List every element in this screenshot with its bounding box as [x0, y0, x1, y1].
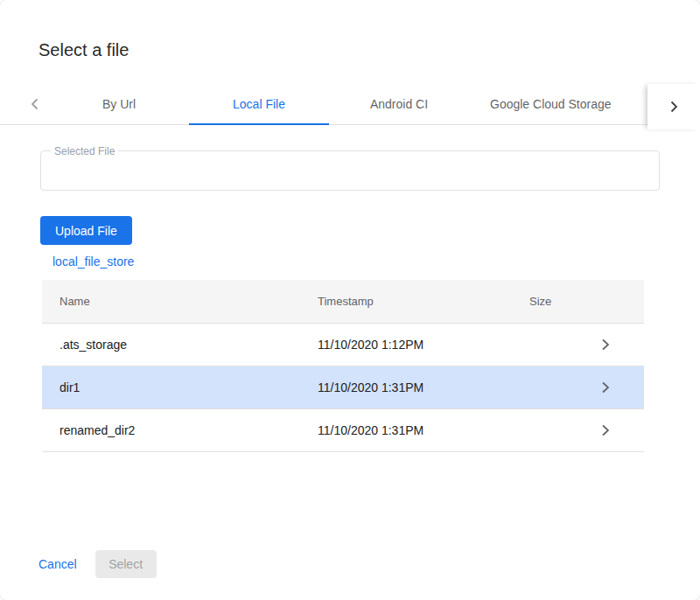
upload-file-button[interactable]: Upload File [40, 216, 132, 245]
chevron-right-icon [567, 424, 644, 436]
cell-timestamp: 11/10/2020 1:12PM [318, 338, 529, 352]
cell-name: dir1 [60, 380, 318, 394]
tab-list: By UrlLocal FileAndroid CIGoogle Cloud S… [49, 84, 633, 124]
column-header-size: Size [529, 295, 567, 308]
column-header-timestamp: Timestamp [318, 295, 529, 308]
file-table: NameTimestampSize .ats_storage11/10/2020… [42, 280, 644, 452]
page-title: Select a file [38, 40, 129, 60]
cancel-button[interactable]: Cancel [38, 557, 77, 571]
column-header-name: Name [60, 295, 318, 308]
select-button[interactable]: Select [95, 550, 157, 578]
dialog-footer: Cancel Select [38, 550, 157, 578]
table-row[interactable]: dir111/10/2020 1:31PM [42, 366, 644, 409]
cell-name: renamed_dir2 [60, 423, 318, 437]
table-row[interactable]: .ats_storage11/10/2020 1:12PM [42, 324, 644, 366]
chevron-right-icon [567, 381, 644, 394]
chevron-right-icon [668, 101, 680, 113]
tab-local-file[interactable]: Local File [189, 84, 329, 124]
selected-file-label: Selected File [51, 145, 118, 157]
tab-android-ci[interactable]: Android CI [329, 84, 469, 124]
selected-file-field: Selected File [40, 150, 660, 191]
table-row[interactable]: renamed_dir211/10/2020 1:31PM [42, 409, 644, 452]
tab-paginate-right-button[interactable] [648, 84, 700, 129]
table-body: .ats_storage11/10/2020 1:12PMdir111/10/2… [42, 324, 644, 452]
tab-google-cloud-storage[interactable]: Google Cloud Storage [469, 84, 633, 124]
cell-timestamp: 11/10/2020 1:31PM [318, 380, 529, 394]
tab-paginate-left-button[interactable] [21, 84, 49, 124]
selected-file-input[interactable] [41, 151, 659, 190]
chevron-right-icon [567, 338, 644, 351]
tab-bar: By UrlLocal FileAndroid CIGoogle Cloud S… [0, 84, 700, 125]
table-header-row: NameTimestampSize [42, 280, 644, 324]
cell-name: .ats_storage [60, 338, 318, 352]
select-file-dialog: Select a file By UrlLocal FileAndroid CI… [0, 0, 700, 600]
store-path-link[interactable]: local_file_store [52, 255, 134, 269]
cell-timestamp: 11/10/2020 1:31PM [318, 423, 529, 437]
tab-by-url[interactable]: By Url [49, 84, 189, 124]
chevron-left-icon [29, 98, 41, 110]
